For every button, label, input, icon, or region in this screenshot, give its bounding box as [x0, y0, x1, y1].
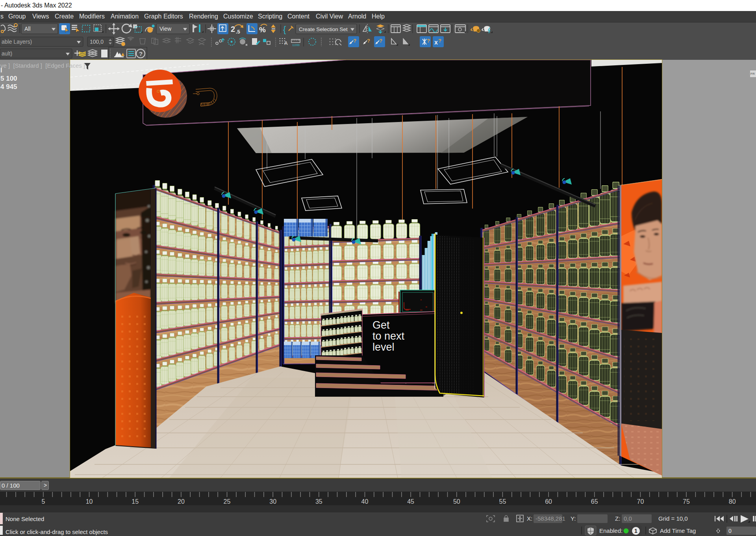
- svg-text:%: %: [259, 26, 266, 34]
- svg-text:1: 1: [634, 528, 637, 534]
- svg-text:?: ?: [353, 38, 356, 44]
- svg-text:10: 10: [86, 498, 93, 505]
- svg-text:Grid = 10,0: Grid = 10,0: [658, 515, 688, 522]
- svg-text:0,0: 0,0: [624, 515, 632, 522]
- svg-text:X:: X:: [527, 515, 532, 522]
- svg-text:Get: Get: [372, 319, 390, 331]
- svg-text:Z:: Z:: [615, 515, 620, 522]
- svg-text:45: 45: [407, 498, 414, 505]
- svg-text:to next: to next: [372, 330, 405, 342]
- svg-text:70: 70: [637, 498, 644, 505]
- svg-text:.5: .5: [236, 29, 240, 35]
- svg-text:-58348,281: -58348,281: [536, 515, 565, 522]
- svg-text:35: 35: [315, 498, 322, 505]
- svg-text:?: ?: [139, 50, 143, 57]
- svg-text:?: ?: [379, 38, 382, 44]
- svg-text:ault): ault): [2, 50, 12, 57]
- svg-text:?: ?: [427, 38, 430, 44]
- svg-text:80: 80: [729, 498, 736, 505]
- svg-text:20: 20: [178, 498, 185, 505]
- svg-text:able Layers): able Layers): [2, 39, 32, 45]
- svg-text:x: x: [434, 39, 438, 46]
- svg-text:2: 2: [231, 25, 235, 33]
- svg-text:60: 60: [545, 498, 552, 505]
- svg-text:75: 75: [683, 498, 690, 505]
- svg-text:Enabled:: Enabled:: [599, 527, 623, 534]
- svg-text:11999: 11999: [292, 44, 300, 46]
- svg-text:Y:: Y:: [571, 515, 576, 522]
- svg-text:25: 25: [224, 498, 231, 505]
- svg-text:30: 30: [269, 498, 276, 505]
- svg-text:?: ?: [367, 38, 370, 44]
- svg-text:Create Selection Set: Create Selection Set: [299, 26, 348, 32]
- svg-text:{: {: [283, 24, 286, 34]
- svg-text:5: 5: [41, 498, 45, 505]
- svg-text:View: View: [159, 26, 172, 32]
- svg-text:55: 55: [499, 498, 506, 505]
- svg-text:All: All: [24, 26, 31, 32]
- svg-text:A: A: [284, 41, 288, 46]
- svg-text:?: ?: [438, 38, 441, 44]
- svg-text:15: 15: [132, 498, 139, 505]
- svg-text:Add Time Tag: Add Time Tag: [660, 527, 696, 534]
- svg-text:65: 65: [591, 498, 598, 505]
- svg-text:0: 0: [728, 528, 732, 534]
- svg-text:100,0: 100,0: [90, 39, 104, 45]
- svg-text:40: 40: [361, 498, 369, 505]
- svg-text:50: 50: [453, 498, 460, 505]
- svg-text:level: level: [372, 341, 395, 353]
